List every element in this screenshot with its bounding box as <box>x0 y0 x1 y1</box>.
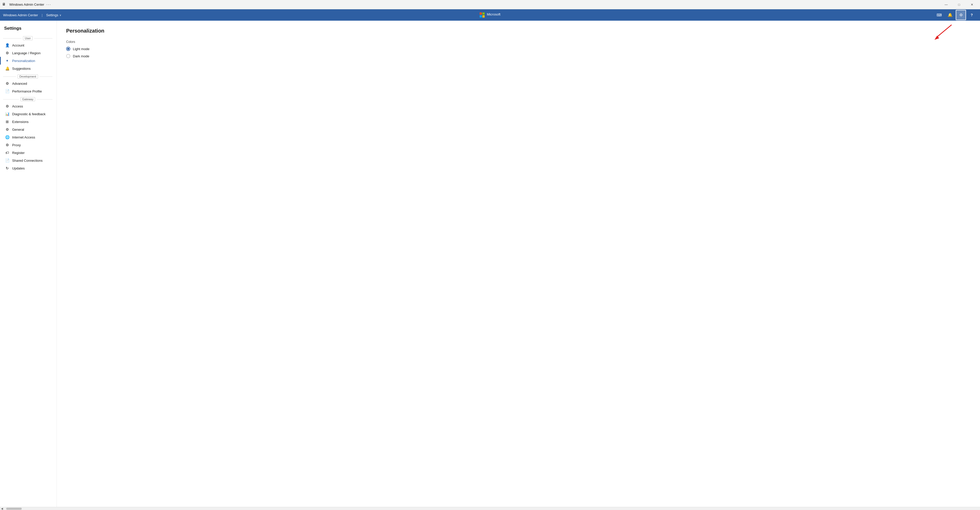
register-icon: 🏷 <box>5 151 10 155</box>
title-bar-title: Windows Admin Center <box>9 3 44 6</box>
diagnostic-icon: 📊 <box>5 112 10 116</box>
section-development: Development <box>0 73 57 79</box>
section-line-left-gw <box>3 99 19 100</box>
personalization-icon: ✦ <box>5 59 10 63</box>
access-icon: ⚙ <box>5 104 10 108</box>
microsoft-logo-area: Microsoft <box>480 13 501 17</box>
general-label: General <box>12 128 24 132</box>
extensions-icon: ⊞ <box>5 120 10 124</box>
account-label: Account <box>12 43 24 47</box>
ms-logo-svg <box>480 13 485 17</box>
sidebar-item-shared-connections[interactable]: 📄 Shared Connections <box>0 157 57 164</box>
performance-label: Performance Profile <box>12 89 42 93</box>
sidebar-item-proxy[interactable]: ⚙ Proxy <box>0 141 57 149</box>
dark-mode-radio[interactable] <box>66 54 70 58</box>
main-area: Settings User 👤 Account ⚙ Language / Reg… <box>0 21 980 507</box>
language-label: Language / Region <box>12 51 41 55</box>
terminal-icon: ⌨ <box>937 13 942 17</box>
minimize-button[interactable]: — <box>940 0 952 9</box>
terminal-button[interactable]: ⌨ <box>934 10 944 20</box>
color-options: Light mode Dark mode <box>66 47 971 58</box>
title-bar-left: 🖥 Windows Admin Center ··· <box>2 2 51 7</box>
general-icon: ⚙ <box>5 127 10 132</box>
settings-nav-chevron: ∨ <box>59 14 61 16</box>
proxy-icon: ⚙ <box>5 143 10 147</box>
microsoft-logo: Microsoft <box>480 13 501 17</box>
light-mode-radio[interactable] <box>66 47 70 51</box>
sidebar-item-diagnostic[interactable]: 📊 Diagnostic & feedback <box>0 110 57 118</box>
help-icon: ? <box>971 13 973 17</box>
access-label: Access <box>12 104 23 108</box>
light-mode-label: Light mode <box>73 47 89 51</box>
sidebar-item-suggestions[interactable]: 🔔 Suggestions <box>0 65 57 72</box>
sidebar-item-internet[interactable]: 🌐 Internet Access <box>0 133 57 141</box>
app-header-right: ⌨ 🔔 ⚙ ? <box>934 10 977 20</box>
internet-icon: 🌐 <box>5 135 10 139</box>
suggestions-icon: 🔔 <box>5 67 10 70</box>
help-button[interactable]: ? <box>967 10 977 20</box>
app-name-label[interactable]: Windows Admin Center <box>3 13 38 17</box>
sidebar-item-extensions[interactable]: ⊞ Extensions <box>0 118 57 126</box>
section-line-right-dev <box>40 76 52 77</box>
notifications-button[interactable]: 🔔 <box>945 10 955 20</box>
section-gateway: Gateway <box>0 96 57 102</box>
light-mode-option[interactable]: Light mode <box>66 47 971 51</box>
personalization-label: Personalization <box>12 59 35 63</box>
sidebar-item-register[interactable]: 🏷 Register <box>0 149 57 157</box>
sidebar-item-language[interactable]: ⚙ Language / Region <box>0 49 57 57</box>
dark-mode-label: Dark mode <box>73 54 89 58</box>
sidebar-item-advanced[interactable]: ⚙ Advanced <box>0 79 57 87</box>
title-bar: 🖥 Windows Admin Center ··· — □ ✕ <box>0 0 980 9</box>
advanced-label: Advanced <box>12 82 27 86</box>
page-title: Personalization <box>66 28 971 34</box>
title-bar-more[interactable]: ··· <box>46 2 51 7</box>
bell-icon: 🔔 <box>948 13 953 17</box>
svg-rect-1 <box>482 13 485 15</box>
header-divider: | <box>41 13 42 17</box>
microsoft-label: Microsoft <box>487 13 501 17</box>
scroll-left-arrow[interactable]: ◀ <box>0 507 4 510</box>
sidebar-item-account[interactable]: 👤 Account <box>0 41 57 49</box>
sidebar-item-updates[interactable]: ↻ Updates <box>0 164 57 172</box>
settings-nav[interactable]: Settings ∨ <box>46 13 61 17</box>
sidebar-item-personalization[interactable]: ✦ Personalization <box>0 57 57 65</box>
section-line-left-dev <box>3 76 16 77</box>
content-area: Personalization Colors Light mode Dark m… <box>57 21 980 507</box>
scroll-thumb[interactable] <box>6 508 22 510</box>
extensions-label: Extensions <box>12 120 29 124</box>
dark-mode-option[interactable]: Dark mode <box>66 54 971 58</box>
internet-label: Internet Access <box>12 135 35 139</box>
sidebar: Settings User 👤 Account ⚙ Language / Reg… <box>0 21 57 507</box>
title-bar-controls: — □ ✕ <box>940 0 978 9</box>
colors-label: Colors <box>66 40 971 44</box>
maximize-button[interactable]: □ <box>953 0 965 9</box>
shared-label: Shared Connections <box>12 159 43 162</box>
account-icon: 👤 <box>5 43 10 47</box>
suggestions-label: Suggestions <box>12 67 31 70</box>
gear-icon: ⚙ <box>959 13 963 17</box>
section-gateway-label: Gateway <box>21 97 35 101</box>
diagnostic-label: Diagnostic & feedback <box>12 112 46 116</box>
updates-icon: ↻ <box>5 166 10 170</box>
register-label: Register <box>12 151 25 155</box>
performance-icon: 📄 <box>5 89 10 93</box>
bottom-scrollbar[interactable]: ◀ <box>0 507 980 510</box>
sidebar-item-performance[interactable]: 📄 Performance Profile <box>0 87 57 95</box>
proxy-label: Proxy <box>12 143 21 147</box>
close-button[interactable]: ✕ <box>966 0 978 9</box>
sidebar-item-general[interactable]: ⚙ General <box>0 126 57 133</box>
app-header-left: Windows Admin Center | Settings ∨ <box>3 13 61 17</box>
section-user-label: User <box>23 36 33 40</box>
svg-rect-0 <box>480 13 482 15</box>
app-icon: 🖥 <box>2 2 7 7</box>
section-line-right-gw <box>37 99 52 100</box>
advanced-icon: ⚙ <box>5 81 10 86</box>
sidebar-item-access[interactable]: ⚙ Access <box>0 102 57 110</box>
language-icon: ⚙ <box>5 51 10 55</box>
section-user: User <box>0 35 57 41</box>
settings-nav-label: Settings <box>46 13 59 17</box>
settings-button[interactable]: ⚙ <box>956 10 966 20</box>
svg-rect-2 <box>480 15 482 17</box>
svg-rect-3 <box>482 15 485 17</box>
settings-title: Settings <box>0 24 57 34</box>
